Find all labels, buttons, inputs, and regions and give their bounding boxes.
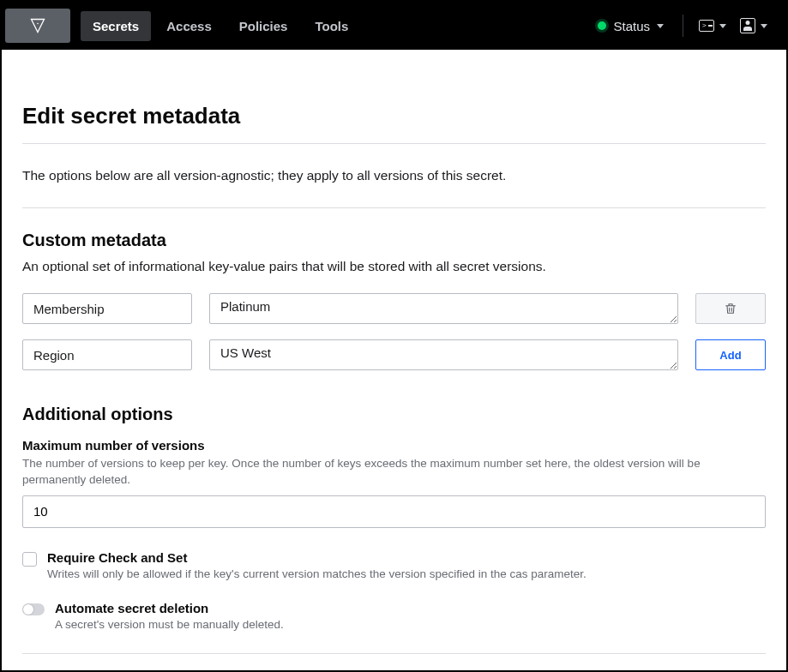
status-indicator-icon (598, 21, 606, 30)
user-icon (740, 18, 755, 33)
max-versions-label: Maximum number of versions (22, 438, 766, 453)
vault-logo-icon (29, 17, 46, 34)
trash-icon (724, 302, 737, 315)
automate-delete-label: Automate secret deletion (55, 601, 284, 615)
require-cas-row: Require Check and Set Writes will only b… (22, 550, 766, 580)
require-cas-help: Writes will only be allowed if the key's… (47, 567, 586, 580)
require-cas-label: Require Check and Set (47, 550, 586, 565)
console-menu[interactable] (692, 15, 733, 37)
automate-delete-help: A secret's version must be manually dele… (55, 618, 284, 631)
page-intro: The options below are all version-agnost… (22, 168, 766, 208)
top-navbar: Secrets Access Policies Tools Status (2, 2, 786, 50)
additional-options-heading: Additional options (22, 405, 766, 424)
main-content: Edit secret metadata The options below a… (2, 50, 786, 672)
nav-secrets[interactable]: Secrets (81, 11, 151, 41)
app-logo[interactable] (5, 9, 70, 43)
svg-point-0 (37, 23, 39, 25)
metadata-key-input[interactable] (22, 339, 192, 370)
chevron-down-icon (719, 24, 726, 28)
automate-delete-row: Automate secret deletion A secret's vers… (22, 601, 766, 654)
status-menu[interactable]: Status (587, 19, 674, 33)
nav-policies[interactable]: Policies (227, 11, 300, 41)
delete-row-button[interactable] (695, 293, 766, 324)
add-row-button[interactable]: Add (695, 339, 766, 370)
user-menu[interactable] (733, 13, 774, 39)
require-cas-checkbox[interactable] (22, 552, 37, 567)
chevron-down-icon (761, 24, 767, 28)
page-title: Edit secret metadata (22, 103, 766, 144)
custom-metadata-heading: Custom metadata (22, 231, 766, 250)
nav-tools[interactable]: Tools (303, 11, 360, 41)
nav-items: Secrets Access Policies Tools (81, 11, 360, 41)
metadata-row: Platinum (22, 293, 766, 324)
status-label: Status (613, 19, 650, 33)
metadata-value-input[interactable]: US West (209, 339, 678, 370)
max-versions-input[interactable] (22, 495, 766, 528)
metadata-value-input[interactable]: Platinum (209, 293, 678, 324)
nav-divider (683, 15, 683, 37)
metadata-row: US West Add (22, 339, 766, 370)
chevron-down-icon (657, 24, 664, 28)
custom-metadata-desc: An optional set of informational key-val… (22, 259, 766, 274)
automate-delete-toggle[interactable] (22, 603, 45, 615)
nav-access[interactable]: Access (154, 11, 224, 41)
metadata-key-input[interactable] (22, 293, 192, 324)
terminal-icon (699, 20, 714, 32)
max-versions-help: The number of versions to keep per key. … (22, 456, 766, 489)
